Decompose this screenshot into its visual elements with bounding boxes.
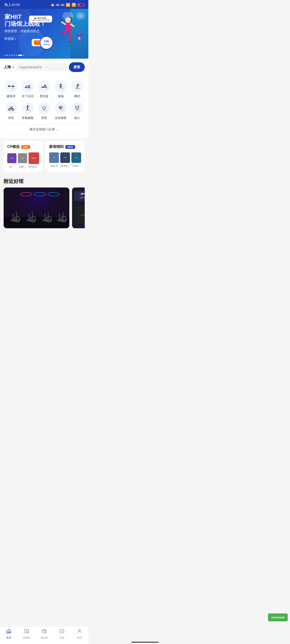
svg-text:健身房: 健身房 xyxy=(81,214,85,216)
hero-menu-button[interactable]: ··· xyxy=(63,12,74,20)
hero-subtitle: 燃脂塑形，突破最佳状态 xyxy=(5,29,46,33)
svg-point-30 xyxy=(27,105,28,107)
featured-new-images: Joey Joey·Pi TEAM TEAM… T- xyxy=(49,152,81,167)
featured-new-item-1: Joey Joey·Pi xyxy=(49,152,59,167)
hero-camera-button[interactable]: ⊙ xyxy=(76,12,85,20)
city-selector[interactable]: 上海 ▼ xyxy=(4,65,15,70)
category-yoga[interactable]: 瑜伽 xyxy=(54,80,68,98)
hero-top-controls: ··· ⊙ xyxy=(63,12,85,20)
svg-point-36 xyxy=(79,110,80,112)
pilates-icon xyxy=(38,80,50,92)
status-time: 晚上10:05 xyxy=(5,3,20,7)
svg-text:麦豪斯健身: 麦豪斯健身 xyxy=(80,197,85,198)
hero-cta-arrow-icon: › xyxy=(15,37,16,41)
city-name: 上海 xyxy=(4,65,11,70)
aerobic-label: 有氧燃脂 xyxy=(22,116,34,120)
search-section: 上海 ▼ 搜索 xyxy=(0,59,88,76)
svg-text:Z&B: Z&B xyxy=(21,158,24,159)
city-dropdown-icon: ▼ xyxy=(12,66,15,69)
featured-cp-item-2: Z&B Z&B… xyxy=(18,152,27,168)
svg-point-35 xyxy=(78,107,78,108)
cycling-icon xyxy=(5,102,17,114)
svg-point-23 xyxy=(77,84,79,85)
hero-cta-button[interactable]: 即查看 › xyxy=(5,37,16,41)
nearby-section: 附近好馆 xyxy=(0,174,88,232)
nearby-card-2[interactable]: MH'5 麦豪斯健身 健身房 xyxy=(72,188,85,228)
featured-new-label-3: T-Axis… xyxy=(71,164,81,167)
gym-label: 健身房 xyxy=(7,94,16,98)
category-underwater[interactable]: 水下运动 xyxy=(20,80,35,98)
svg-text:Studio: Studio xyxy=(10,158,14,159)
svg-point-20 xyxy=(46,88,47,90)
svg-point-22 xyxy=(62,88,64,90)
featured-new-badge: NEW xyxy=(66,145,75,149)
category-gym[interactable]: 健身房 xyxy=(4,80,18,98)
featured-cp-images: Studio W… Z&B Z&B… SPACE xyxy=(7,152,39,168)
recovery-label: 运动康复 xyxy=(55,116,67,120)
status-bar: 晚上10:05 ⏰ HD HD 📶 🛜 xyxy=(0,0,88,9)
beauty-label: 丽人 xyxy=(74,116,80,120)
svg-text:Joey: Joey xyxy=(53,157,55,158)
category-section: 健身房 水下运动 xyxy=(0,76,88,122)
svg-point-4 xyxy=(61,33,64,34)
svg-point-14 xyxy=(29,88,31,90)
nearby-scroll: MH'5 麦豪斯健身 健身房 xyxy=(4,188,85,228)
category-pilates[interactable]: 普拉提 xyxy=(37,80,52,98)
svg-rect-8 xyxy=(9,85,10,87)
featured-cp-label-3: SPACE… xyxy=(29,165,39,168)
category-meditation[interactable]: 冥想 xyxy=(37,102,52,120)
nearby-card-1[interactable] xyxy=(4,188,69,228)
brand-ritual: ⛰ RITUAL THE 30-MINUTE GYM. xyxy=(29,16,52,22)
category-recovery[interactable]: 运动康复 xyxy=(54,102,68,120)
category-cycling[interactable]: 单车 xyxy=(4,102,18,120)
category-aerobic[interactable]: 有氧燃脂 xyxy=(20,102,35,120)
svg-text:T-Axis: T-Axis xyxy=(75,157,78,158)
featured-new-label-2: TEAM… xyxy=(60,164,70,167)
expand-chevron-icon: ⌄ xyxy=(56,128,59,131)
featured-section: CP精选 HOT Studio W… Z&B xyxy=(0,138,88,174)
featured-new-card[interactable]: 新馆报到 NEW Joey Joey·Pi TEAM xyxy=(46,141,85,172)
pilates-label: 普拉提 xyxy=(40,94,49,98)
featured-new-header: 新馆报到 NEW xyxy=(49,144,81,149)
featured-new-item-2: TEAM TEAM… xyxy=(60,152,70,167)
expand-section: 展开全部热门分类 ⌄ xyxy=(0,122,88,138)
search-button[interactable]: 搜索 xyxy=(69,62,85,72)
yoga-label: 瑜伽 xyxy=(58,94,64,98)
status-icons: ⏰ HD HD 📶 🛜 xyxy=(51,3,84,7)
svg-point-11 xyxy=(12,87,14,89)
expand-categories-button[interactable]: 展开全部热门分类 ⌄ xyxy=(4,124,85,134)
svg-rect-10 xyxy=(10,86,13,86)
svg-point-32 xyxy=(46,110,47,112)
dance-icon xyxy=(71,80,83,92)
search-input[interactable] xyxy=(16,63,67,71)
featured-cp-card[interactable]: CP精选 HOT Studio W… Z&B xyxy=(4,141,43,172)
featured-cp-item-1: Studio W… xyxy=(7,152,17,168)
gym-icon xyxy=(5,80,17,92)
svg-rect-1 xyxy=(65,23,71,31)
svg-rect-15 xyxy=(42,87,47,88)
svg-line-2 xyxy=(62,22,65,24)
svg-point-5 xyxy=(69,41,71,42)
category-dance[interactable]: 舞蹈 xyxy=(70,80,85,98)
featured-cp-label-2: Z&B… xyxy=(18,165,27,168)
cycling-label: 单车 xyxy=(8,116,14,120)
category-beauty[interactable]: 丽人 xyxy=(70,102,85,120)
hero-banner: 家HIIT 门场馆上线啦！ 燃脂塑形，突破最佳状态 即查看 › ··· ⊙ ⛰ … xyxy=(0,9,88,59)
svg-point-24 xyxy=(79,88,80,90)
dance-label: 舞蹈 xyxy=(74,94,80,98)
svg-text:TEAM: TEAM xyxy=(64,157,67,158)
svg-point-31 xyxy=(29,110,31,112)
recovery-icon xyxy=(55,102,67,114)
brand-f45: F45Training xyxy=(40,36,53,50)
featured-cp-item-3: SPACE SPACE… xyxy=(29,152,39,168)
svg-text:MH'5: MH'5 xyxy=(81,193,85,195)
svg-text:SPACE: SPACE xyxy=(32,158,36,159)
featured-cp-header: CP精选 HOT xyxy=(7,144,39,149)
beauty-icon xyxy=(71,102,83,114)
meditation-icon xyxy=(38,102,50,114)
underwater-icon xyxy=(22,80,34,92)
category-grid: 健身房 水下运动 xyxy=(4,80,85,120)
dots-indicator xyxy=(5,54,25,56)
svg-rect-7 xyxy=(13,86,14,87)
svg-line-3 xyxy=(71,24,73,26)
